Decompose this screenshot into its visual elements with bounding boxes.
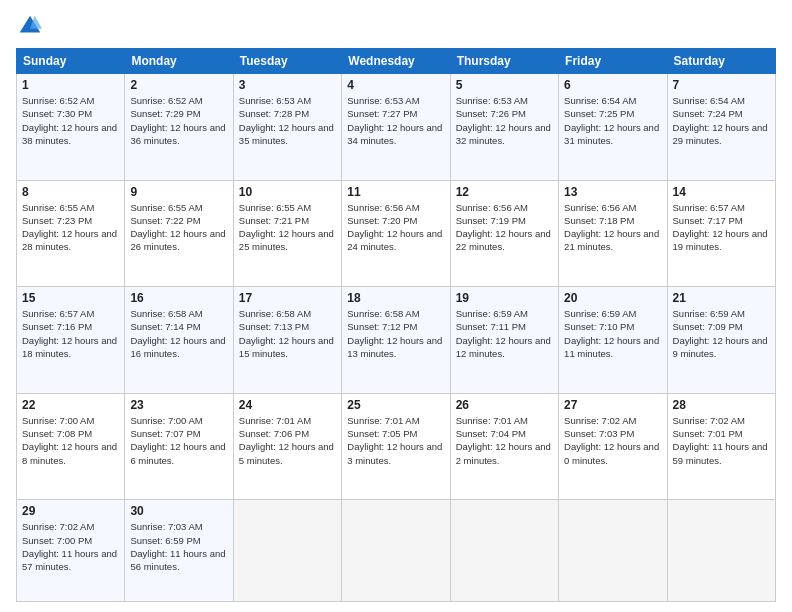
calendar-cell: 27Sunrise: 7:02 AMSunset: 7:03 PMDayligh… bbox=[559, 393, 667, 500]
calendar-cell: 26Sunrise: 7:01 AMSunset: 7:04 PMDayligh… bbox=[450, 393, 558, 500]
calendar-week-3: 15Sunrise: 6:57 AMSunset: 7:16 PMDayligh… bbox=[17, 287, 776, 394]
day-info: Sunrise: 6:53 AMSunset: 7:28 PMDaylight:… bbox=[239, 94, 336, 147]
calendar-week-5: 29Sunrise: 7:02 AMSunset: 7:00 PMDayligh… bbox=[17, 500, 776, 602]
day-info: Sunrise: 6:57 AMSunset: 7:17 PMDaylight:… bbox=[673, 201, 770, 254]
day-number: 7 bbox=[673, 78, 770, 92]
calendar-cell: 19Sunrise: 6:59 AMSunset: 7:11 PMDayligh… bbox=[450, 287, 558, 394]
day-header-thursday: Thursday bbox=[450, 49, 558, 74]
day-info: Sunrise: 6:56 AMSunset: 7:20 PMDaylight:… bbox=[347, 201, 444, 254]
day-info: Sunrise: 7:02 AMSunset: 7:00 PMDaylight:… bbox=[22, 520, 119, 573]
calendar-cell bbox=[233, 500, 341, 602]
calendar-week-4: 22Sunrise: 7:00 AMSunset: 7:08 PMDayligh… bbox=[17, 393, 776, 500]
day-number: 2 bbox=[130, 78, 227, 92]
day-info: Sunrise: 6:59 AMSunset: 7:09 PMDaylight:… bbox=[673, 307, 770, 360]
calendar-cell: 6Sunrise: 6:54 AMSunset: 7:25 PMDaylight… bbox=[559, 74, 667, 181]
day-info: Sunrise: 6:54 AMSunset: 7:24 PMDaylight:… bbox=[673, 94, 770, 147]
calendar-cell: 8Sunrise: 6:55 AMSunset: 7:23 PMDaylight… bbox=[17, 180, 125, 287]
calendar-cell: 17Sunrise: 6:58 AMSunset: 7:13 PMDayligh… bbox=[233, 287, 341, 394]
day-header-tuesday: Tuesday bbox=[233, 49, 341, 74]
calendar-cell: 18Sunrise: 6:58 AMSunset: 7:12 PMDayligh… bbox=[342, 287, 450, 394]
day-number: 9 bbox=[130, 185, 227, 199]
page: SundayMondayTuesdayWednesdayThursdayFrid… bbox=[0, 0, 792, 612]
logo-icon bbox=[16, 12, 44, 40]
calendar-cell: 21Sunrise: 6:59 AMSunset: 7:09 PMDayligh… bbox=[667, 287, 775, 394]
calendar-cell: 22Sunrise: 7:00 AMSunset: 7:08 PMDayligh… bbox=[17, 393, 125, 500]
calendar-cell: 3Sunrise: 6:53 AMSunset: 7:28 PMDaylight… bbox=[233, 74, 341, 181]
day-info: Sunrise: 7:03 AMSunset: 6:59 PMDaylight:… bbox=[130, 520, 227, 573]
calendar-cell bbox=[559, 500, 667, 602]
calendar-cell: 24Sunrise: 7:01 AMSunset: 7:06 PMDayligh… bbox=[233, 393, 341, 500]
calendar-cell: 14Sunrise: 6:57 AMSunset: 7:17 PMDayligh… bbox=[667, 180, 775, 287]
day-info: Sunrise: 6:53 AMSunset: 7:27 PMDaylight:… bbox=[347, 94, 444, 147]
calendar-week-1: 1Sunrise: 6:52 AMSunset: 7:30 PMDaylight… bbox=[17, 74, 776, 181]
day-info: Sunrise: 6:54 AMSunset: 7:25 PMDaylight:… bbox=[564, 94, 661, 147]
day-number: 17 bbox=[239, 291, 336, 305]
calendar-cell: 25Sunrise: 7:01 AMSunset: 7:05 PMDayligh… bbox=[342, 393, 450, 500]
day-info: Sunrise: 6:55 AMSunset: 7:23 PMDaylight:… bbox=[22, 201, 119, 254]
calendar-cell: 4Sunrise: 6:53 AMSunset: 7:27 PMDaylight… bbox=[342, 74, 450, 181]
calendar-cell bbox=[342, 500, 450, 602]
calendar-cell: 20Sunrise: 6:59 AMSunset: 7:10 PMDayligh… bbox=[559, 287, 667, 394]
day-number: 16 bbox=[130, 291, 227, 305]
day-info: Sunrise: 6:59 AMSunset: 7:11 PMDaylight:… bbox=[456, 307, 553, 360]
day-info: Sunrise: 7:01 AMSunset: 7:04 PMDaylight:… bbox=[456, 414, 553, 467]
calendar-week-2: 8Sunrise: 6:55 AMSunset: 7:23 PMDaylight… bbox=[17, 180, 776, 287]
day-info: Sunrise: 6:59 AMSunset: 7:10 PMDaylight:… bbox=[564, 307, 661, 360]
calendar-cell: 7Sunrise: 6:54 AMSunset: 7:24 PMDaylight… bbox=[667, 74, 775, 181]
day-info: Sunrise: 6:58 AMSunset: 7:12 PMDaylight:… bbox=[347, 307, 444, 360]
day-number: 24 bbox=[239, 398, 336, 412]
logo bbox=[16, 12, 48, 40]
day-number: 20 bbox=[564, 291, 661, 305]
day-number: 26 bbox=[456, 398, 553, 412]
day-number: 11 bbox=[347, 185, 444, 199]
day-info: Sunrise: 6:58 AMSunset: 7:14 PMDaylight:… bbox=[130, 307, 227, 360]
day-header-monday: Monday bbox=[125, 49, 233, 74]
day-info: Sunrise: 7:00 AMSunset: 7:07 PMDaylight:… bbox=[130, 414, 227, 467]
day-number: 12 bbox=[456, 185, 553, 199]
day-number: 23 bbox=[130, 398, 227, 412]
day-number: 25 bbox=[347, 398, 444, 412]
day-number: 8 bbox=[22, 185, 119, 199]
day-number: 6 bbox=[564, 78, 661, 92]
calendar-cell: 16Sunrise: 6:58 AMSunset: 7:14 PMDayligh… bbox=[125, 287, 233, 394]
day-number: 27 bbox=[564, 398, 661, 412]
day-info: Sunrise: 7:00 AMSunset: 7:08 PMDaylight:… bbox=[22, 414, 119, 467]
calendar-cell: 5Sunrise: 6:53 AMSunset: 7:26 PMDaylight… bbox=[450, 74, 558, 181]
day-number: 3 bbox=[239, 78, 336, 92]
day-number: 28 bbox=[673, 398, 770, 412]
day-number: 29 bbox=[22, 504, 119, 518]
day-info: Sunrise: 7:02 AMSunset: 7:03 PMDaylight:… bbox=[564, 414, 661, 467]
day-number: 4 bbox=[347, 78, 444, 92]
day-header-wednesday: Wednesday bbox=[342, 49, 450, 74]
day-info: Sunrise: 6:58 AMSunset: 7:13 PMDaylight:… bbox=[239, 307, 336, 360]
calendar-cell: 11Sunrise: 6:56 AMSunset: 7:20 PMDayligh… bbox=[342, 180, 450, 287]
calendar-cell: 12Sunrise: 6:56 AMSunset: 7:19 PMDayligh… bbox=[450, 180, 558, 287]
calendar-cell: 2Sunrise: 6:52 AMSunset: 7:29 PMDaylight… bbox=[125, 74, 233, 181]
day-number: 5 bbox=[456, 78, 553, 92]
calendar-cell: 1Sunrise: 6:52 AMSunset: 7:30 PMDaylight… bbox=[17, 74, 125, 181]
day-info: Sunrise: 6:55 AMSunset: 7:21 PMDaylight:… bbox=[239, 201, 336, 254]
day-header-friday: Friday bbox=[559, 49, 667, 74]
day-number: 1 bbox=[22, 78, 119, 92]
calendar-table: SundayMondayTuesdayWednesdayThursdayFrid… bbox=[16, 48, 776, 602]
day-number: 19 bbox=[456, 291, 553, 305]
calendar-cell: 23Sunrise: 7:00 AMSunset: 7:07 PMDayligh… bbox=[125, 393, 233, 500]
day-info: Sunrise: 6:52 AMSunset: 7:29 PMDaylight:… bbox=[130, 94, 227, 147]
calendar-cell bbox=[450, 500, 558, 602]
day-header-saturday: Saturday bbox=[667, 49, 775, 74]
calendar-cell: 29Sunrise: 7:02 AMSunset: 7:00 PMDayligh… bbox=[17, 500, 125, 602]
calendar-cell: 10Sunrise: 6:55 AMSunset: 7:21 PMDayligh… bbox=[233, 180, 341, 287]
calendar-cell: 15Sunrise: 6:57 AMSunset: 7:16 PMDayligh… bbox=[17, 287, 125, 394]
day-number: 22 bbox=[22, 398, 119, 412]
day-info: Sunrise: 6:57 AMSunset: 7:16 PMDaylight:… bbox=[22, 307, 119, 360]
day-header-sunday: Sunday bbox=[17, 49, 125, 74]
day-info: Sunrise: 6:55 AMSunset: 7:22 PMDaylight:… bbox=[130, 201, 227, 254]
day-info: Sunrise: 6:56 AMSunset: 7:19 PMDaylight:… bbox=[456, 201, 553, 254]
day-number: 15 bbox=[22, 291, 119, 305]
day-info: Sunrise: 6:56 AMSunset: 7:18 PMDaylight:… bbox=[564, 201, 661, 254]
day-info: Sunrise: 6:52 AMSunset: 7:30 PMDaylight:… bbox=[22, 94, 119, 147]
day-number: 13 bbox=[564, 185, 661, 199]
day-info: Sunrise: 6:53 AMSunset: 7:26 PMDaylight:… bbox=[456, 94, 553, 147]
header bbox=[16, 12, 776, 40]
calendar-cell: 30Sunrise: 7:03 AMSunset: 6:59 PMDayligh… bbox=[125, 500, 233, 602]
